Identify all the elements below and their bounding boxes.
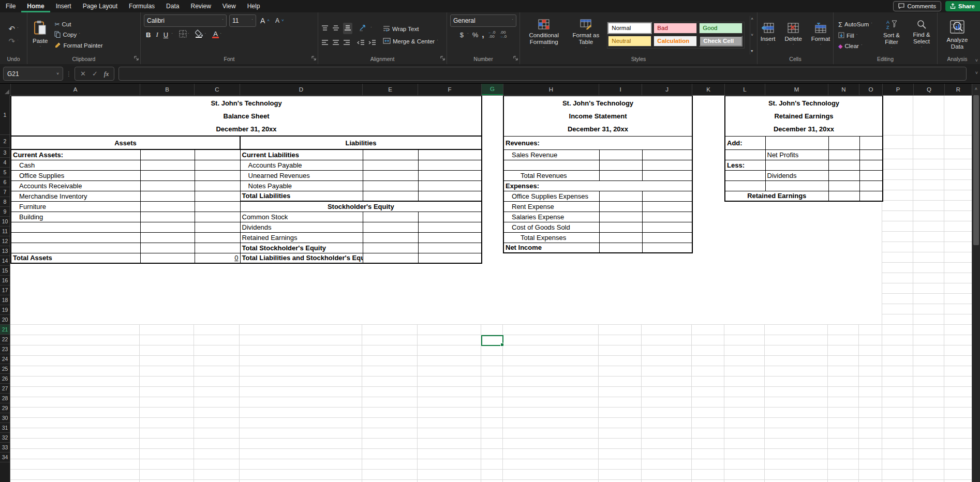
cell-J3[interactable] (642, 149, 692, 160)
cell-H3[interactable]: Sales Revenue (503, 149, 599, 160)
cell-A11[interactable] (11, 232, 140, 243)
select-all-corner[interactable] (0, 84, 11, 95)
orientation-button[interactable] (359, 24, 367, 33)
row-header-29[interactable]: 29 (0, 403, 10, 413)
cell-O5[interactable] (859, 170, 883, 180)
column-header-Q[interactable]: Q (914, 84, 945, 95)
cell-F7[interactable] (418, 191, 482, 201)
cell-D13[interactable]: Total Liabilities and Stockholder's Equi… (240, 253, 363, 263)
cell-B4[interactable] (140, 160, 195, 170)
share-button[interactable]: Share (945, 1, 980, 11)
decrease-decimal-button[interactable]: .00→.0 (499, 31, 507, 39)
cell-H9[interactable]: Salaries Expense (503, 212, 599, 222)
font-color-button[interactable]: A (212, 31, 219, 38)
cell-A3[interactable]: Current Assets: (11, 149, 140, 160)
cell-H4[interactable] (503, 160, 599, 170)
cell-L7[interactable]: Retained Earnings (725, 191, 828, 201)
cell-C8[interactable] (195, 201, 240, 212)
cell-N2[interactable] (828, 136, 859, 149)
fill-button[interactable]: Fill ˋ (837, 32, 859, 40)
conditional-formatting-button[interactable]: Conditional Formatting ˋ (523, 19, 565, 51)
align-left-icon[interactable] (321, 38, 329, 48)
cell-O7[interactable] (859, 191, 883, 201)
gallery-more-arrow[interactable]: ▾ (751, 49, 753, 53)
comments-button[interactable]: Comments (893, 1, 941, 11)
number-format-select[interactable]: Generalˋ (450, 14, 516, 27)
row-header-22[interactable]: 22 (0, 335, 10, 344)
increase-indent-icon[interactable] (368, 38, 376, 48)
font-size-select[interactable]: 11ˋ (229, 14, 256, 27)
row-header-15[interactable]: 15 (0, 266, 10, 276)
cell-H11[interactable]: Total Expenses (503, 232, 599, 243)
cell-N4[interactable] (828, 160, 859, 170)
style-check-cell[interactable]: Check Cell (699, 36, 743, 47)
tab-home[interactable]: Home (21, 0, 50, 12)
cells-area[interactable]: St. John's Technology Balance Sheet Dece… (10, 95, 972, 482)
cell-N5[interactable] (828, 170, 859, 180)
cell-F10[interactable] (418, 222, 482, 232)
tab-formulas[interactable]: Formulas (123, 0, 160, 12)
copy-button[interactable]: Copy ˋ (53, 31, 82, 39)
column-header-B[interactable]: B (140, 84, 195, 95)
cell-B3[interactable] (140, 149, 195, 160)
cell-I8[interactable] (599, 201, 642, 212)
balance-sheet-title[interactable]: St. John's Technology Balance Sheet Dece… (11, 96, 482, 136)
cell-I10[interactable] (599, 222, 642, 232)
cell-N6[interactable] (828, 180, 859, 191)
cell-H12[interactable]: Net Income (503, 243, 599, 253)
redo-button[interactable]: ↷ˋ (7, 36, 20, 47)
borders-menu[interactable]: ˋ (188, 33, 189, 37)
delete-cells-button[interactable]: Delete ˋ (783, 23, 804, 48)
cell-E4[interactable] (363, 160, 418, 170)
column-header-A[interactable]: A (11, 84, 140, 95)
equity-header-cell[interactable]: Stockholder's Equity (240, 201, 482, 212)
cell-C3[interactable] (195, 149, 240, 160)
row-header-7[interactable]: 7 (0, 187, 10, 197)
accounting-format-menu[interactable]: ˋ (467, 33, 469, 37)
cell-H8[interactable]: Rent Expense (503, 201, 599, 212)
row-header-16[interactable]: 16 (0, 276, 10, 285)
cell-F12[interactable] (418, 243, 482, 253)
cell-M2[interactable] (765, 136, 828, 149)
cell-I3[interactable] (599, 149, 642, 160)
tab-file[interactable]: File (0, 0, 21, 12)
row-header-1[interactable]: 1 (0, 95, 10, 135)
column-header-R[interactable]: R (945, 84, 972, 95)
row-header-28[interactable]: 28 (0, 394, 10, 403)
cell-J11[interactable] (642, 232, 692, 243)
cell-E5[interactable] (363, 170, 418, 180)
cell-C7[interactable] (195, 191, 240, 201)
row-header-27[interactable]: 27 (0, 384, 10, 394)
cell-D3[interactable]: Current Liabilities (240, 149, 363, 160)
cell-N7[interactable] (828, 191, 859, 201)
style-neutral[interactable]: Neutral (608, 36, 651, 47)
cell-H7[interactable]: Office Supplies Expenses (503, 191, 599, 201)
analyze-data-button[interactable]: Analyze Data (942, 20, 973, 50)
cell-F3[interactable] (418, 149, 482, 160)
bold-button[interactable]: B (144, 31, 153, 39)
row-header-4[interactable]: 4 (0, 158, 10, 168)
wrap-text-button[interactable]: Wrap Text (381, 25, 420, 33)
merge-center-button[interactable]: Merge & Center ˋ (381, 37, 440, 46)
cell-L5[interactable] (725, 170, 765, 180)
active-cell-selection[interactable] (481, 335, 503, 346)
cell-I7[interactable] (599, 191, 642, 201)
cell-C9[interactable] (195, 212, 240, 222)
cell-J5[interactable] (642, 170, 692, 180)
cell-F9[interactable] (418, 212, 482, 222)
row-header-20[interactable]: 20 (0, 315, 10, 325)
cell-M5[interactable]: Dividends (765, 170, 828, 180)
liabilities-header-cell[interactable]: Liabilities (240, 136, 482, 149)
tab-insert[interactable]: Insert (50, 0, 77, 12)
number-dialog-launcher[interactable] (513, 53, 518, 63)
cell-E6[interactable] (363, 180, 418, 191)
cell-D5[interactable]: Unearned Revenues (240, 170, 363, 180)
cell-I5[interactable] (599, 170, 642, 180)
row-header-33[interactable]: 33 (0, 443, 10, 453)
cell-A10[interactable] (11, 222, 140, 232)
decrease-indent-icon[interactable] (357, 38, 365, 48)
scroll-up-icon[interactable]: ˄ (972, 84, 980, 92)
cell-C13[interactable]: 0 (195, 253, 240, 263)
insert-function-icon[interactable]: fx (104, 70, 109, 78)
cell-C4[interactable] (195, 160, 240, 170)
